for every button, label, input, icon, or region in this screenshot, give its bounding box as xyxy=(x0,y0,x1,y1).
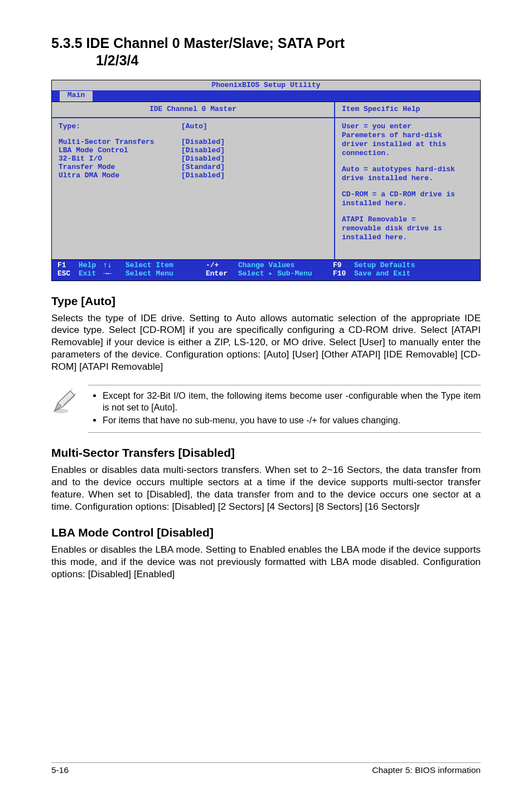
bios-tm-value: [Standard] xyxy=(181,163,225,172)
bios-tm-label: Transfer Mode xyxy=(59,163,181,172)
bios-io-label: 32-Bit I/O xyxy=(59,155,181,163)
lba-body: Enables or disables the LBA mode. Settin… xyxy=(51,544,481,580)
page-footer: 5-16 Chapter 5: BIOS information xyxy=(51,762,481,775)
bios-key-plusminus: -/+ xyxy=(206,262,238,270)
bios-key-updown: ↑↓ xyxy=(103,262,125,270)
bios-help-line: Paremeters of hard-disk xyxy=(342,132,473,140)
bios-help-line: installed here. xyxy=(342,234,473,242)
bios-help-line: installed here. xyxy=(342,200,473,208)
bios-header: PhoenixBIOS Setup Utility xyxy=(52,80,480,91)
bios-key-f1: F1 xyxy=(57,262,79,270)
bios-left-panel: IDE Channel 0 Master Type: [Auto] Multi-… xyxy=(52,102,335,259)
bios-footer: F1 Help ↑↓ Select Item -/+ Change Values… xyxy=(52,259,480,281)
bios-action-change-values: Change Values xyxy=(238,262,333,270)
bios-help-content: User = you enter Paremeters of hard-disk… xyxy=(335,118,480,259)
bios-left-title: IDE Channel 0 Master xyxy=(52,102,334,118)
bios-action-help: Help xyxy=(79,262,103,270)
note-bullet-1: Except for 32-Bit I/O item, the followin… xyxy=(103,390,481,413)
bios-help-line: drive installed here. xyxy=(342,175,473,183)
note-content: Except for 32-Bit I/O item, the followin… xyxy=(88,385,481,433)
bios-help-line: removable disk drive is xyxy=(342,225,473,233)
bios-tab-main: Main xyxy=(60,91,93,102)
bios-help-line: User = you enter xyxy=(342,123,473,131)
page-number: 5-16 xyxy=(51,765,69,775)
bios-action-save-exit: Save and Exit xyxy=(354,270,475,278)
bios-help-line: ATAPI Removable = xyxy=(342,216,473,224)
chapter-label: Chapter 5: BIOS information xyxy=(372,765,481,775)
bios-tab-bar: Main xyxy=(52,90,480,102)
section-number: 5.3.5 xyxy=(51,35,83,52)
note-block: Except for 32-Bit I/O item, the followin… xyxy=(51,385,481,433)
bios-help-line: Auto = autotypes hard-disk xyxy=(342,166,473,174)
type-auto-body: Selects the type of IDE drive. Setting t… xyxy=(51,312,481,373)
multisector-heading: Multi-Sector Transfers [Disabled] xyxy=(51,446,481,460)
bios-lba-label: LBA Mode Control xyxy=(59,147,181,155)
bios-key-f9: F9 xyxy=(333,262,354,270)
section-title-line1: IDE Channel 0 Master/Slave; SATA Port xyxy=(86,35,345,51)
bios-udma-value: [Disabled] xyxy=(181,172,225,180)
section-heading: 5.3.5 IDE Channel 0 Master/Slave; SATA P… xyxy=(51,35,481,70)
note-bullet-2: For items that have no sub-menu, you hav… xyxy=(103,414,481,426)
bios-io-value: [Disabled] xyxy=(181,155,225,163)
bios-screenshot: PhoenixBIOS Setup Utility Main IDE Chann… xyxy=(51,80,481,281)
bios-action-exit: Exit xyxy=(79,270,103,278)
bios-help-line: connection. xyxy=(342,149,473,158)
type-auto-heading: Type [Auto] xyxy=(51,294,481,308)
bios-key-esc: ESC xyxy=(57,270,79,278)
bios-right-panel: Item Specific Help User = you enter Pare… xyxy=(335,102,480,259)
bios-action-select-menu: Select Menu xyxy=(125,270,206,278)
pencil-icon xyxy=(51,388,78,417)
bios-mst-label: Multi-Sector Transfers xyxy=(59,138,181,147)
bios-action-select-item: Select Item xyxy=(125,262,206,270)
bios-action-setup-defaults: Setup Defaults xyxy=(354,262,475,270)
bios-type-label: Type: xyxy=(59,123,181,131)
bios-action-select-submenu: Select ▸ Sub-Menu xyxy=(238,270,333,278)
bios-udma-label: Ultra DMA Mode xyxy=(59,172,181,180)
bios-key-enter: Enter xyxy=(206,270,238,278)
lba-heading: LBA Mode Control [Disabled] xyxy=(51,526,481,539)
bios-help-line: driver installed at this xyxy=(342,141,473,149)
bios-left-content: Type: [Auto] Multi-Sector Transfers [Dis… xyxy=(52,118,334,259)
bios-key-f10: F10 xyxy=(333,270,354,278)
section-title-line2: 1/2/3/4 xyxy=(96,52,481,69)
bios-lba-value: [Disabled] xyxy=(181,147,225,155)
bios-help-line: CD-ROM = a CD-ROM drive is xyxy=(342,191,473,199)
bios-mst-value: [Disabled] xyxy=(181,138,225,147)
bios-right-title: Item Specific Help xyxy=(335,102,480,118)
bios-body: IDE Channel 0 Master Type: [Auto] Multi-… xyxy=(52,102,480,259)
bios-key-leftright: →← xyxy=(103,270,125,278)
bios-type-value: [Auto] xyxy=(181,123,207,131)
multisector-body: Enables or disables data multi-sectors t… xyxy=(51,464,481,513)
